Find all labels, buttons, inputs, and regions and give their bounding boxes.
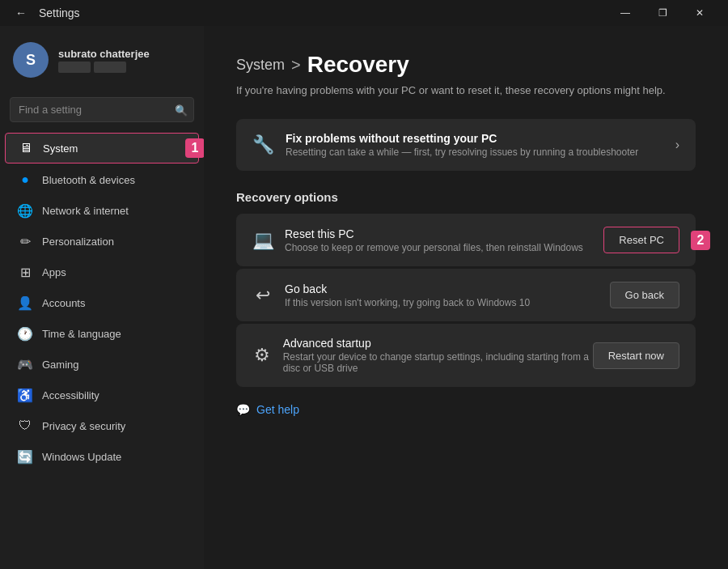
sidebar-item-personalization[interactable]: ✏ Personalization xyxy=(5,227,199,256)
network-icon: 🌐 xyxy=(18,203,32,218)
go-back-title: Go back xyxy=(285,282,530,295)
sidebar-item-network[interactable]: 🌐 Network & internet xyxy=(5,196,199,225)
go-back-card: ↩ Go back If this version isn't working,… xyxy=(236,269,696,321)
app-title: Settings xyxy=(39,6,80,19)
privacy-icon: 🛡 xyxy=(18,418,32,433)
sidebar-label-network: Network & internet xyxy=(42,205,129,217)
fix-problems-card[interactable]: 🔧 Fix problems without resetting your PC… xyxy=(236,119,696,171)
sidebar-item-time[interactable]: 🕐 Time & language xyxy=(5,319,199,348)
sidebar-label-accessibility: Accessibility xyxy=(42,389,99,401)
go-back-button[interactable]: Go back xyxy=(610,282,679,308)
advanced-startup-card: ⚙ Advanced startup Restart your device t… xyxy=(236,324,696,387)
reset-pc-left: 💻 Reset this PC Choose to keep or remove… xyxy=(252,227,583,253)
back-button[interactable]: ← xyxy=(10,2,32,24)
go-back-left: ↩ Go back If this version isn't working,… xyxy=(252,282,530,308)
sidebar-item-accounts[interactable]: 👤 Accounts xyxy=(5,288,199,317)
accounts-icon: 👤 xyxy=(18,295,32,310)
user-tag-2 xyxy=(94,62,126,73)
sidebar-item-gaming[interactable]: 🎮 Gaming xyxy=(5,350,199,379)
breadcrumb-separator: > xyxy=(291,56,301,74)
chevron-right-icon: › xyxy=(675,138,679,152)
get-help-link[interactable]: 💬 Get help xyxy=(236,403,696,416)
sidebar-item-update[interactable]: 🔄 Windows Update xyxy=(5,442,199,471)
fix-title: Fix problems without resetting your PC xyxy=(286,132,638,145)
fix-card-left: 🔧 Fix problems without resetting your PC… xyxy=(252,132,638,158)
sidebar-label-time: Time & language xyxy=(42,328,121,340)
advanced-startup-text: Advanced startup Restart your device to … xyxy=(283,337,593,374)
maximize-button[interactable]: ❐ xyxy=(644,0,681,26)
bluetooth-icon: ● xyxy=(18,172,32,187)
advanced-startup-title: Advanced startup xyxy=(283,337,593,350)
user-tag-1 xyxy=(58,62,91,73)
avatar: S xyxy=(13,42,49,78)
fix-desc: Resetting can take a while — first, try … xyxy=(286,146,638,158)
user-tags xyxy=(58,62,150,73)
close-button[interactable]: ✕ xyxy=(681,0,718,26)
page-title: Recovery xyxy=(307,52,409,78)
advanced-startup-left: ⚙ Advanced startup Restart your device t… xyxy=(252,337,593,374)
recovery-options-heading: Recovery options xyxy=(236,190,696,204)
personalization-icon: ✏ xyxy=(18,234,32,248)
sidebar-label-privacy: Privacy & security xyxy=(42,420,125,432)
sidebar-label-system: System xyxy=(43,142,78,155)
sidebar: S subrato chatterjee 🔍 🖥 System 1 ● Blue… xyxy=(0,26,204,569)
fix-card-text: Fix problems without resetting your PC R… xyxy=(286,132,638,158)
breadcrumb-parent: System xyxy=(236,57,285,74)
apps-icon: ⊞ xyxy=(18,265,32,279)
sidebar-item-bluetooth[interactable]: ● Bluetooth & devices xyxy=(5,165,199,194)
accessibility-icon: ♿ xyxy=(18,388,32,402)
system-badge: 1 xyxy=(185,138,204,158)
system-icon: 🖥 xyxy=(19,141,33,155)
reset-badge: 2 xyxy=(691,231,710,250)
gaming-icon: 🎮 xyxy=(18,357,32,372)
breadcrumb: System > Recovery xyxy=(236,52,696,78)
wrench-icon: 🔧 xyxy=(252,134,274,155)
page-subtitle: If you're having problems with your PC o… xyxy=(236,84,696,96)
user-name: subrato chatterjee xyxy=(58,48,150,60)
main-content: System > Recovery If you're having probl… xyxy=(204,26,728,569)
sidebar-label-apps: Apps xyxy=(42,266,66,278)
reset-pc-icon: 💻 xyxy=(252,230,273,251)
window-controls: — ❐ ✕ xyxy=(607,0,718,26)
sidebar-label-personalization: Personalization xyxy=(42,236,114,248)
sidebar-item-privacy[interactable]: 🛡 Privacy & security xyxy=(5,411,199,440)
go-back-icon: ↩ xyxy=(252,285,273,306)
go-back-desc: If this version isn't working, try going… xyxy=(285,297,530,308)
reset-pc-button[interactable]: Reset PC xyxy=(603,227,679,253)
reset-pc-title: Reset this PC xyxy=(285,227,583,240)
search-box: 🔍 xyxy=(10,97,194,122)
get-help-icon: 💬 xyxy=(236,403,250,416)
advanced-startup-icon: ⚙ xyxy=(252,345,272,366)
sidebar-item-system[interactable]: 🖥 System 1 xyxy=(5,133,199,163)
sidebar-item-apps[interactable]: ⊞ Apps xyxy=(5,257,199,287)
user-info: subrato chatterjee xyxy=(58,48,150,73)
sidebar-label-update: Windows Update xyxy=(42,451,121,463)
update-icon: 🔄 xyxy=(18,449,32,464)
restart-now-button[interactable]: Restart now xyxy=(593,342,679,369)
time-icon: 🕐 xyxy=(18,326,32,341)
advanced-startup-desc: Restart your device to change startup se… xyxy=(283,351,593,374)
go-back-text: Go back If this version isn't working, t… xyxy=(285,282,530,308)
get-help-label: Get help xyxy=(256,403,299,416)
sidebar-item-accessibility[interactable]: ♿ Accessibility xyxy=(5,380,199,410)
reset-pc-desc: Choose to keep or remove your personal f… xyxy=(285,242,583,253)
titlebar: ← Settings — ❐ ✕ xyxy=(0,0,728,26)
minimize-button[interactable]: — xyxy=(607,0,644,26)
sidebar-label-bluetooth: Bluetooth & devices xyxy=(42,174,135,186)
sidebar-label-accounts: Accounts xyxy=(42,297,85,309)
reset-pc-card: 💻 Reset this PC Choose to keep or remove… xyxy=(236,214,696,266)
user-section: S subrato chatterjee xyxy=(0,32,204,87)
search-icon: 🔍 xyxy=(175,104,188,116)
sidebar-label-gaming: Gaming xyxy=(42,359,79,371)
reset-pc-text: Reset this PC Choose to keep or remove y… xyxy=(285,227,583,253)
search-input[interactable] xyxy=(10,97,194,122)
